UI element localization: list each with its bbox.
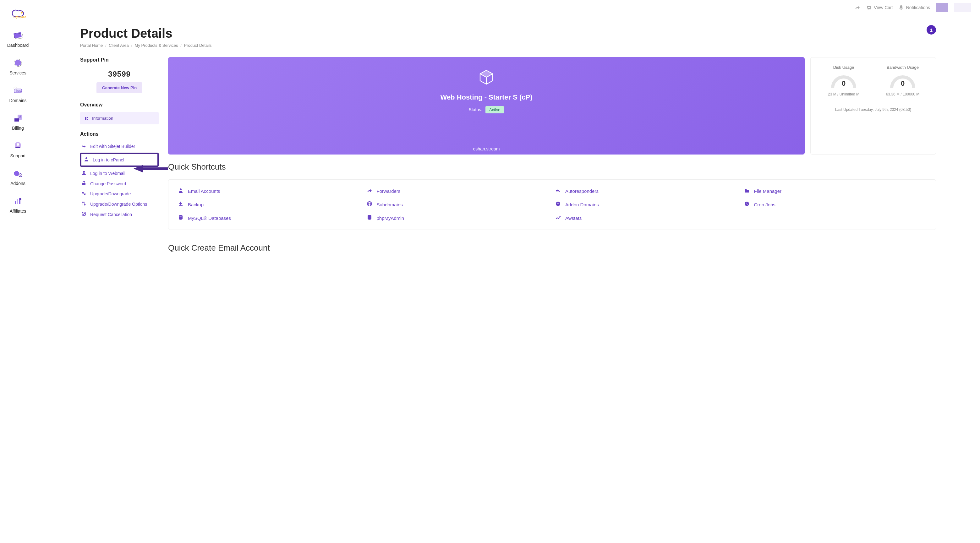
shortcut-file-manager[interactable]: File Manager	[744, 188, 927, 194]
action-label: Upgrade/Downgrade	[90, 191, 131, 196]
svg-rect-14	[15, 147, 21, 148]
chart-icon	[555, 215, 561, 221]
sidebar-label: Dashboard	[7, 43, 29, 48]
product-domain[interactable]: eshan.stream	[174, 143, 799, 154]
action-change-password[interactable]: Change Password	[80, 178, 159, 189]
generate-pin-button[interactable]: Generate New Pin	[97, 82, 143, 93]
breadcrumb-link[interactable]: My Products & Services	[135, 43, 178, 48]
shortcut-awstats[interactable]: Awstats	[555, 215, 738, 221]
shortcut-subdomains[interactable]: Subdomains	[367, 201, 549, 208]
svg-point-0	[21, 12, 22, 14]
logout-icon: ↪	[81, 144, 86, 149]
svg-point-27	[83, 171, 85, 173]
shortcut-label: Forwarders	[377, 189, 401, 194]
sidebar-label: Services	[10, 70, 26, 75]
affiliates-icon	[13, 196, 23, 206]
svg-point-13	[17, 143, 19, 146]
svg-rect-18	[17, 199, 18, 204]
svg-point-21	[868, 8, 869, 10]
overview-heading: Overview	[80, 102, 159, 108]
shortcut-label: File Manager	[754, 189, 782, 194]
shortcut-label: Subdomains	[377, 202, 403, 207]
usage-footer: Last Updated Tuesday, July 9th, 2024 (08…	[816, 103, 931, 112]
page-title: Product Details	[80, 26, 936, 41]
status-badge: Active	[485, 106, 504, 113]
notifications-label: Notifications	[906, 5, 930, 10]
topbar: View Cart Notifications	[36, 0, 980, 15]
share-icon[interactable]	[855, 5, 860, 10]
sidebar-label: Domains	[9, 98, 26, 103]
support-pin-value: 39599	[80, 70, 159, 78]
notif-count-badge[interactable]: 1	[927, 25, 936, 35]
sidebar-item-billing[interactable]: $ Billing	[0, 108, 36, 136]
plus-circle-icon	[555, 201, 561, 208]
database-icon	[178, 215, 183, 221]
shortcut-autoresponders[interactable]: Autoresponders	[555, 188, 738, 194]
breadcrumb-link[interactable]: Portal Home	[80, 43, 103, 48]
user-icon	[84, 157, 89, 162]
right-column: Web Hosting - Starter S (cP) Status: Act…	[168, 57, 936, 253]
shortcut-label: Addon Domains	[565, 202, 599, 207]
disk-value: 0	[829, 79, 858, 87]
user-menu[interactable]	[954, 3, 971, 12]
disk-sub: 23 M / Unlimited M	[828, 92, 859, 97]
actions-heading: Actions	[80, 131, 159, 137]
svg-point-26	[86, 157, 88, 159]
services-icon	[13, 58, 23, 68]
sidebar-label: Addons	[10, 181, 25, 186]
sidebar-item-addons[interactable]: + Addons	[0, 163, 36, 191]
email-heading: Quick Create Email Account	[168, 243, 936, 253]
shortcut-backup[interactable]: Backup	[178, 201, 360, 208]
cube-icon	[477, 68, 495, 87]
sidebar-item-affiliates[interactable]: Affiliates	[0, 191, 36, 219]
shortcut-email-accounts[interactable]: Email Accounts	[178, 188, 360, 194]
sidebar-item-dashboard[interactable]: Dashboard	[0, 25, 36, 53]
action-label: Edit with Sitejet Builder	[90, 144, 135, 149]
action-label: Upgrade/Downgrade Options	[90, 202, 147, 206]
shortcuts-card: Email Accounts Forwarders Autoresponders	[168, 179, 936, 230]
sidebar-item-support[interactable]: Support	[0, 136, 36, 163]
shortcut-addon-domains[interactable]: Addon Domains	[555, 201, 738, 208]
svg-marker-35	[480, 70, 493, 77]
action-upgrade-options[interactable]: Upgrade/Downgrade Options	[80, 199, 159, 209]
action-edit-sitejet[interactable]: ↪ Edit with Sitejet Builder	[80, 141, 159, 151]
notifications-link[interactable]: Notifications	[899, 5, 930, 10]
sidebar: ElySpace Dashboard Services WWW Domains …	[0, 0, 36, 543]
avatar[interactable]	[936, 3, 948, 12]
shortcut-mysql[interactable]: MySQL® Databases	[178, 215, 360, 221]
shortcut-forwarders[interactable]: Forwarders	[367, 188, 549, 194]
shortcut-label: Email Accounts	[188, 189, 220, 194]
svg-point-20	[19, 198, 21, 200]
usage-card: Disk Usage 0 23 M / Unlimited M Bandwidt…	[810, 57, 936, 154]
user-icon	[81, 170, 86, 176]
support-icon	[13, 141, 23, 151]
shortcut-phpmyadmin[interactable]: phpMyAdmin	[367, 215, 549, 221]
shortcut-cron-jobs[interactable]: Cron Jobs	[744, 201, 927, 208]
svg-rect-28	[82, 183, 86, 185]
shortcut-label: MySQL® Databases	[188, 216, 231, 221]
left-column: Support Pin 39599 Generate New Pin Overv…	[80, 57, 159, 219]
sidebar-label: Affiliates	[10, 208, 26, 214]
info-icon	[84, 116, 89, 121]
cart-icon	[865, 5, 871, 10]
action-upgrade-downgrade[interactable]: Upgrade/Downgrade	[80, 189, 159, 199]
sidebar-item-services[interactable]: Services	[0, 53, 36, 80]
breadcrumb-link[interactable]: Client Area	[109, 43, 129, 48]
overview-information[interactable]: Information	[80, 112, 159, 124]
svg-point-22	[870, 8, 871, 10]
status-label: Status:	[469, 107, 483, 112]
svg-rect-37	[179, 205, 183, 206]
shortcut-label: Cron Jobs	[754, 202, 775, 207]
breadcrumb-current: Product Details	[184, 43, 212, 48]
folder-icon	[744, 188, 750, 194]
sidebar-item-domains[interactable]: WWW Domains	[0, 80, 36, 108]
view-cart-link[interactable]: View Cart	[865, 5, 892, 10]
support-pin-heading: Support Pin	[80, 57, 159, 63]
domains-icon: WWW	[13, 86, 23, 95]
globe-icon	[367, 201, 372, 208]
product-card: Web Hosting - Starter S (cP) Status: Act…	[168, 57, 805, 154]
action-request-cancellation[interactable]: Request Cancellation	[80, 209, 159, 219]
svg-text:$: $	[19, 115, 21, 119]
bandwidth-usage: Bandwidth Usage 0 63.36 M / 100000 M	[875, 65, 931, 97]
svg-text:ElySpace: ElySpace	[14, 15, 26, 19]
